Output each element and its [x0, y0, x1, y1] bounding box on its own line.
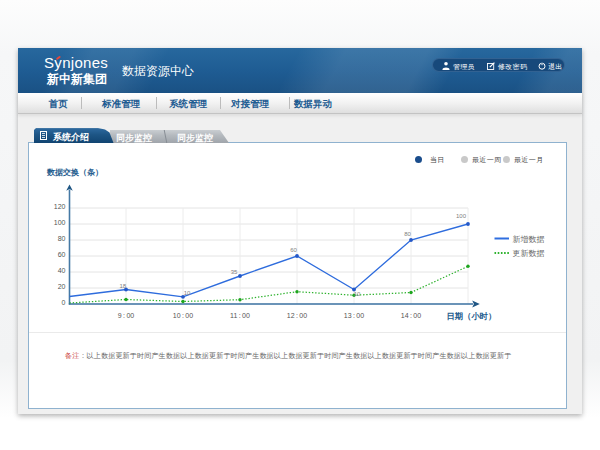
- svg-text:80: 80: [404, 231, 411, 237]
- svg-text:新增数据: 新增数据: [513, 235, 545, 244]
- svg-text:13 : 00: 13 : 00: [344, 312, 364, 319]
- svg-text:120: 120: [54, 203, 66, 210]
- svg-text:100: 100: [54, 219, 66, 226]
- svg-text:更新数据: 更新数据: [513, 249, 545, 258]
- svg-text:80: 80: [58, 235, 66, 242]
- svg-text:40: 40: [58, 267, 66, 274]
- svg-text:日期（小时）: 日期（小时）: [447, 311, 497, 321]
- svg-text:10 : 00: 10 : 00: [173, 312, 193, 319]
- svg-text:35: 35: [231, 269, 238, 275]
- svg-text:60: 60: [290, 247, 297, 253]
- svg-text:18: 18: [119, 283, 126, 289]
- svg-text:12 : 00: 12 : 00: [287, 312, 307, 319]
- svg-text:14 : 00: 14 : 00: [401, 312, 421, 319]
- svg-text:100: 100: [456, 213, 467, 219]
- svg-text:10: 10: [354, 291, 361, 297]
- svg-text:11 : 00: 11 : 00: [230, 312, 250, 319]
- svg-text:10: 10: [184, 290, 191, 296]
- svg-text:60: 60: [58, 251, 66, 258]
- svg-text:20: 20: [58, 283, 66, 290]
- svg-text:9 : 00: 9 : 00: [118, 312, 135, 319]
- svg-text:0: 0: [62, 299, 66, 306]
